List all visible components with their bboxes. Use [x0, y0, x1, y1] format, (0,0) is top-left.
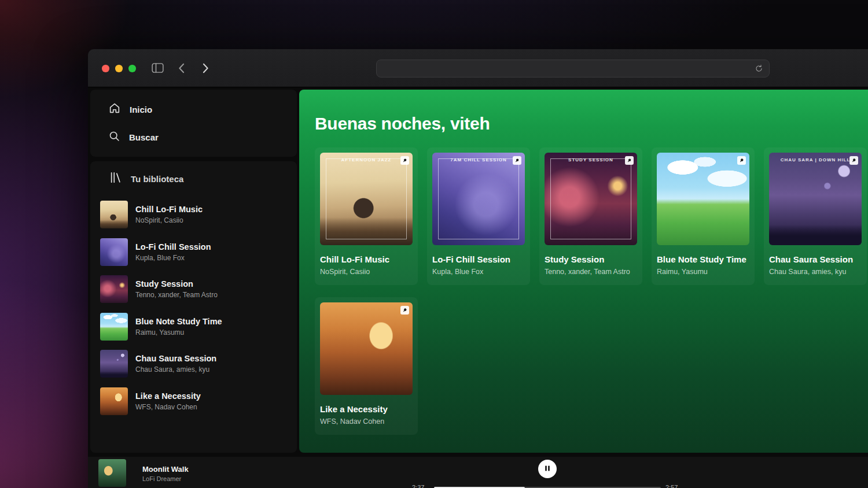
app-window: Inicio Buscar Tu biblioteca	[88, 49, 868, 488]
playlist-title: Lo-Fi Chill Session	[135, 242, 211, 252]
library-item[interactable]: Chill Lo-Fi Music NoSpirit, Casiio	[90, 196, 297, 234]
album-art: CHAU SARA | DOWN HILL	[769, 153, 862, 245]
art-caption: 7AM CHILL SESSION	[432, 157, 525, 162]
playlist-card[interactable]: STUDY SESSION Study Session Tenno, xande…	[539, 147, 642, 285]
playlist-card[interactable]: Blue Note Study Time Raimu, Yasumu	[652, 147, 755, 285]
card-title: Blue Note Study Time	[657, 254, 749, 265]
sidebar: Inicio Buscar Tu biblioteca	[90, 90, 297, 453]
card-artists: Tenno, xander, Team Astro	[545, 268, 637, 276]
playlist-grid: AFTERNOON JAZZ Chill Lo-Fi Music NoSpiri…	[315, 147, 868, 435]
album-art: STUDY SESSION	[545, 153, 637, 245]
playlist-title: Chill Lo-Fi Music	[135, 205, 203, 215]
chevron-left-icon	[178, 66, 185, 75]
playlist-card[interactable]: 7AM CHILL SESSION Lo-Fi Chill Session Ku…	[427, 147, 530, 285]
album-art-thumbnail	[100, 350, 128, 378]
address-input[interactable]	[377, 60, 755, 77]
search-label: Buscar	[129, 132, 159, 142]
reload-icon	[755, 66, 763, 75]
playlist-title: Chau Saura Session	[135, 354, 216, 364]
library-item[interactable]: Like a Necessity WFS, Nadav Cohen	[90, 383, 297, 420]
album-art-thumbnail	[100, 313, 128, 341]
pause-icon	[544, 465, 551, 474]
player-bar: Moonlit Walk LoFi Dreamer 2:37 2:57	[88, 457, 868, 488]
album-art	[657, 153, 749, 245]
art-caption: STUDY SESSION	[545, 157, 637, 162]
now-playing-title: Moonlit Walk	[142, 465, 189, 474]
album-art-thumbnail	[100, 387, 128, 415]
address-bar	[376, 60, 770, 77]
playlist-title: Study Session	[135, 279, 218, 289]
greeting: Buenas noches, viteh	[315, 114, 868, 134]
card-title: Like a Necessity	[320, 404, 413, 415]
pin-icon	[849, 156, 858, 165]
album-art-thumbnail	[100, 275, 128, 303]
pin-icon	[400, 306, 409, 315]
playlist-artists: Kupla, Blue Fox	[135, 254, 211, 262]
album-art	[320, 302, 413, 395]
nav-card: Inicio Buscar	[90, 90, 297, 157]
now-playing-info: Moonlit Walk LoFi Dreamer	[142, 465, 189, 482]
library-item[interactable]: Blue Note Study Time Raimu, Yasumu	[90, 308, 297, 346]
playlist-title: Like a Necessity	[135, 391, 201, 401]
now-playing-artist: LoFi Dreamer	[142, 475, 189, 482]
close-button[interactable]	[102, 65, 109, 72]
card-artists: Chau Saura, amies, kyu	[769, 268, 862, 276]
library-title: Tu biblioteca	[131, 174, 183, 184]
home-icon	[108, 102, 121, 117]
card-title: Chill Lo-Fi Music	[320, 254, 413, 265]
pin-icon	[513, 156, 521, 165]
home-view: Buenas noches, viteh AFTERNOON JAZZ Chil…	[299, 90, 868, 453]
now-playing-art	[98, 459, 126, 487]
search-icon	[108, 130, 120, 145]
playlist-artists: WFS, Nadav Cohen	[135, 403, 201, 411]
playlist-artists: Tenno, xander, Team Astro	[135, 291, 218, 299]
playlist-artists: Raimu, Yasumu	[135, 328, 222, 337]
playlist-card[interactable]: Like a Necessity WFS, Nadav Cohen	[315, 297, 418, 435]
playlist-card[interactable]: CHAU SARA | DOWN HILL Chau Saura Session…	[764, 147, 867, 285]
pin-icon	[625, 156, 634, 165]
card-title: Lo-Fi Chill Session	[432, 254, 525, 265]
zoom-button[interactable]	[128, 65, 136, 72]
album-art: 7AM CHILL SESSION	[432, 153, 525, 245]
library-item[interactable]: Lo-Fi Chill Session Kupla, Blue Fox	[90, 234, 297, 271]
album-art-thumbnail	[100, 238, 128, 266]
card-artists: Kupla, Blue Fox	[432, 268, 525, 276]
library-card: Tu biblioteca Chill Lo-Fi Music NoSpirit…	[90, 161, 297, 453]
library-icon	[109, 171, 122, 186]
remaining-time: 2:57	[665, 484, 678, 488]
playlist-title: Blue Note Study Time	[135, 317, 222, 327]
forward-button[interactable]	[201, 62, 210, 75]
playlist-artists: Chau Saura, amies, kyu	[135, 365, 216, 374]
card-artists: Raimu, Yasumu	[657, 268, 749, 276]
card-artists: NoSpirit, Casiio	[320, 268, 413, 276]
art-caption: CHAU SARA | DOWN HILL	[769, 157, 862, 162]
sidebar-item-home[interactable]: Inicio	[90, 95, 297, 123]
elapsed-time: 2:37	[412, 484, 424, 488]
back-button[interactable]	[177, 62, 186, 75]
home-label: Inicio	[130, 105, 152, 114]
reload-button[interactable]	[755, 64, 769, 73]
app-body: Inicio Buscar Tu biblioteca	[88, 87, 868, 488]
library-item[interactable]: Chau Saura Session Chau Saura, amies, ky…	[90, 345, 297, 383]
art-caption: AFTERNOON JAZZ	[320, 157, 413, 162]
chevron-right-icon	[203, 66, 209, 75]
card-artists: WFS, Nadav Cohen	[320, 417, 413, 426]
card-title: Chau Saura Session	[769, 254, 862, 265]
library-header[interactable]: Tu biblioteca	[90, 161, 297, 196]
sidebar-toggle-icon	[152, 66, 164, 75]
library-item[interactable]: Study Session Tenno, xander, Team Astro	[90, 271, 297, 308]
pin-icon	[400, 156, 409, 165]
pause-button[interactable]	[538, 460, 557, 478]
playlist-artists: NoSpirit, Casiio	[135, 216, 203, 224]
sidebar-toggle-button[interactable]	[150, 62, 165, 74]
card-title: Study Session	[545, 254, 637, 265]
minimize-button[interactable]	[115, 65, 123, 72]
desktop-wallpaper: Inicio Buscar Tu biblioteca	[0, 0, 868, 488]
pin-icon	[737, 156, 746, 165]
sidebar-item-search[interactable]: Buscar	[90, 123, 297, 151]
playlist-card[interactable]: AFTERNOON JAZZ Chill Lo-Fi Music NoSpiri…	[315, 147, 418, 285]
album-art-thumbnail	[100, 201, 128, 228]
titlebar	[88, 49, 868, 87]
album-art: AFTERNOON JAZZ	[320, 153, 413, 245]
